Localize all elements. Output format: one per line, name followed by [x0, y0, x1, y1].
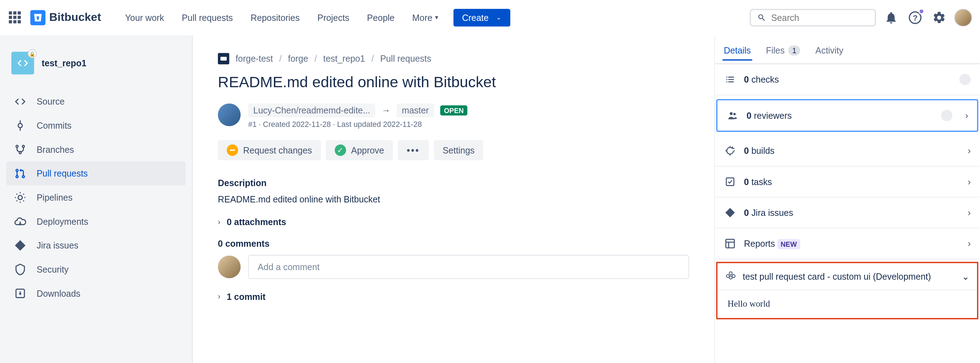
people-icon	[726, 109, 739, 122]
repo-header[interactable]: 🔒 test_repo1	[6, 48, 186, 78]
nav-projects[interactable]: Projects	[311, 8, 356, 26]
breadcrumb: forge-test / forge / test_repo1 / Pull r…	[218, 53, 689, 65]
top-nav: Bitbucket Your work Pull requests Reposi…	[0, 0, 980, 35]
status-dot	[959, 74, 971, 85]
search-input[interactable]	[750, 8, 876, 26]
custom-card-body: Hello world	[718, 290, 977, 318]
panel-reviewers[interactable]: 0 reviewers ›	[716, 99, 978, 132]
tab-activity[interactable]: Activity	[814, 41, 845, 60]
attachments-section[interactable]: ›0 attachments	[218, 217, 689, 227]
chevron-right-icon: ›	[218, 292, 220, 301]
panel-tabs: Details Files1 Activity	[715, 41, 980, 64]
list-icon	[724, 73, 737, 86]
chevron-right-icon: ›	[965, 111, 968, 120]
minus-circle-icon	[227, 145, 238, 156]
logo-text: Bitbucket	[49, 11, 101, 24]
sidebar-item-pull-requests[interactable]: Pull requests	[6, 162, 186, 186]
sidebar-item-security[interactable]: Security	[6, 257, 186, 281]
nav-pull-requests[interactable]: Pull requests	[175, 8, 239, 26]
user-avatar[interactable]	[955, 8, 972, 26]
svg-point-2	[18, 124, 22, 128]
breadcrumb-link[interactable]: forge-test	[235, 54, 273, 63]
panel-builds[interactable]: 0 builds ›	[715, 136, 980, 166]
breadcrumb-link[interactable]: test_repo1	[323, 54, 365, 63]
pr-meta-text: #1 · Created 2022-11-28 · Last updated 2…	[248, 120, 468, 129]
chevron-right-icon: ›	[968, 208, 971, 218]
comments-label: 0 comments	[218, 239, 689, 249]
panel-tasks[interactable]: 0 tasks ›	[715, 166, 980, 197]
svg-rect-17	[726, 239, 735, 248]
task-icon	[724, 176, 737, 188]
arrow-right-icon: →	[382, 105, 390, 115]
chevron-right-icon: ›	[968, 239, 971, 249]
svg-point-8	[16, 170, 18, 171]
panel-jira[interactable]: 0 Jira issues ›	[715, 197, 980, 228]
create-button[interactable]: Create ⌄	[453, 8, 510, 26]
chevron-right-icon: ›	[968, 176, 971, 187]
description-text: README.md edited online with Bitbucket	[218, 194, 689, 204]
pr-title: README.md edited online with Bitbucket	[218, 73, 689, 91]
sidebar-item-branches[interactable]: Branches	[6, 138, 186, 162]
status-badge: OPEN	[440, 105, 468, 115]
nav-people[interactable]: People	[361, 8, 401, 26]
sidebar-item-deployments[interactable]: Deployments	[6, 209, 186, 234]
svg-point-10	[22, 176, 24, 178]
repo-name: test_repo1	[41, 58, 86, 68]
search-icon	[757, 13, 766, 22]
chevron-down-icon: ▾	[435, 14, 438, 21]
svg-text:?: ?	[913, 13, 918, 22]
custom-card-header[interactable]: test pull request card - custom ui (Deve…	[718, 263, 977, 290]
builds-icon	[724, 145, 737, 157]
panel-reports[interactable]: Reports NEW ›	[715, 228, 980, 259]
sidebar-item-jira[interactable]: Jira issues	[6, 234, 186, 258]
svg-rect-16	[726, 178, 734, 185]
main-content: forge-test / forge / test_repo1 / Pull r…	[192, 35, 714, 363]
tab-files[interactable]: Files1	[765, 41, 802, 60]
target-branch[interactable]: master	[397, 103, 434, 117]
sidebar-item-downloads[interactable]: Downloads	[6, 281, 186, 306]
nav-more[interactable]: More▾	[406, 8, 444, 26]
new-badge: NEW	[777, 239, 800, 249]
help-icon[interactable]: ?	[906, 8, 924, 26]
comment-input[interactable]: Add a comment	[248, 255, 689, 279]
sidebar: 🔒 test_repo1 Source Commits Branches Pul…	[0, 35, 192, 363]
jira-icon	[724, 206, 737, 219]
nav-repositories[interactable]: Repositories	[244, 8, 306, 26]
app-switcher-icon[interactable]	[8, 10, 23, 25]
more-actions-button[interactable]: •••	[398, 140, 429, 160]
files-count-badge: 1	[788, 45, 800, 55]
chevron-down-icon: ⌄	[496, 14, 501, 21]
source-branch[interactable]: Lucy-Chen/readmemd-edite...	[248, 103, 375, 117]
tab-details[interactable]: Details	[722, 41, 752, 60]
reports-icon	[724, 237, 737, 250]
svg-point-15	[733, 113, 736, 115]
nav-your-work[interactable]: Your work	[119, 8, 171, 26]
settings-button[interactable]: Settings	[434, 140, 484, 160]
sidebar-item-pipelines[interactable]: Pipelines	[6, 185, 186, 209]
breadcrumb-link[interactable]: Pull requests	[380, 54, 431, 63]
panel-checks[interactable]: 0 checks	[715, 65, 980, 95]
author-avatar[interactable]	[218, 103, 240, 126]
bitbucket-logo[interactable]: Bitbucket	[30, 10, 101, 25]
app-icon	[725, 271, 736, 282]
check-circle-icon: ✓	[334, 145, 346, 156]
comment-avatar	[218, 255, 240, 278]
svg-point-6	[22, 145, 24, 147]
description-label: Description	[218, 178, 689, 188]
lock-icon: 🔒	[28, 49, 37, 58]
request-changes-button[interactable]: Request changes	[218, 140, 321, 160]
approve-button[interactable]: ✓Approve	[326, 140, 393, 160]
custom-card-highlighted: test pull request card - custom ui (Deve…	[716, 262, 978, 319]
svg-point-14	[730, 112, 733, 115]
notifications-icon[interactable]	[883, 8, 900, 26]
settings-icon[interactable]	[930, 8, 948, 26]
search-field[interactable]	[771, 13, 868, 22]
sidebar-item-source[interactable]: Source	[6, 90, 186, 114]
project-icon	[218, 53, 229, 65]
breadcrumb-link[interactable]: forge	[288, 54, 308, 63]
commits-section[interactable]: ›1 commit	[218, 292, 689, 301]
svg-point-12	[18, 195, 22, 200]
sidebar-item-commits[interactable]: Commits	[6, 113, 186, 138]
chevron-down-icon: ⌄	[962, 271, 969, 281]
chevron-right-icon: ›	[968, 146, 971, 155]
